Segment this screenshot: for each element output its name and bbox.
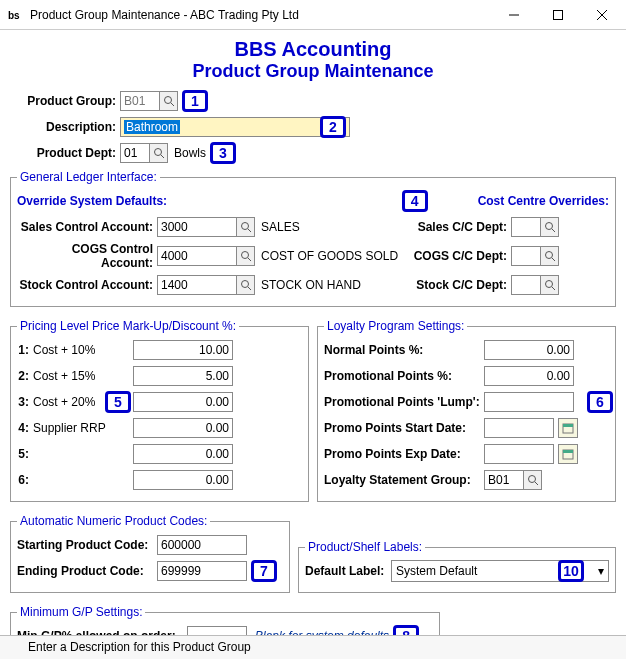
svg-rect-24: [563, 450, 573, 453]
svg-line-16: [552, 258, 555, 261]
svg-rect-2: [554, 10, 563, 19]
loyalty-legend: Loyalty Program Settings:: [324, 319, 467, 333]
sales-cc-lookup-icon[interactable]: [541, 217, 559, 237]
window-title: Product Group Maintenance - ABC Trading …: [30, 8, 492, 22]
cogs-account-name: COST OF GOODS SOLD: [261, 249, 411, 263]
svg-text:bs: bs: [8, 10, 20, 21]
promo-start-calendar-icon[interactable]: [558, 418, 578, 438]
sales-account-name: SALES: [261, 220, 411, 234]
promo-points-input[interactable]: 0.00: [484, 366, 574, 386]
gp-legend: Minimum G/P Settings:: [17, 605, 145, 619]
product-group-label: Product Group:: [10, 94, 120, 108]
close-window-button[interactable]: [580, 1, 624, 29]
callout-5: 5: [105, 391, 131, 413]
page-title: Product Group Maintenance: [10, 61, 616, 82]
price-level-2-label: Cost + 15%: [33, 369, 133, 383]
stock-cc-lookup-icon[interactable]: [541, 275, 559, 295]
gl-legend: General Ledger Interface:: [17, 170, 160, 184]
end-code-input[interactable]: 699999: [157, 561, 247, 581]
normal-points-input[interactable]: 0.00: [484, 340, 574, 360]
callout-10: 10: [558, 560, 584, 582]
product-group-lookup-icon[interactable]: [160, 91, 178, 111]
sales-account-lookup-icon[interactable]: [237, 217, 255, 237]
price-level-2-input[interactable]: 5.00: [133, 366, 233, 386]
price-level-6-input[interactable]: 0.00: [133, 470, 233, 490]
svg-line-18: [248, 287, 251, 290]
promo-points-label: Promotional Points %:: [324, 369, 484, 383]
callout-6: 6: [587, 391, 613, 413]
price-level-3-num: 3:: [17, 395, 33, 409]
cogs-cc-label: COGS C/C Dept:: [411, 249, 511, 263]
product-dept-label: Product Dept:: [10, 146, 120, 160]
svg-line-20: [552, 287, 555, 290]
sales-cc-input[interactable]: [511, 217, 541, 237]
cogs-account-label: COGS Control Account:: [17, 242, 157, 270]
svg-point-13: [241, 252, 248, 259]
price-level-1-num: 1:: [17, 343, 33, 357]
product-dept-lookup-icon[interactable]: [150, 143, 168, 163]
svg-point-9: [241, 223, 248, 230]
svg-line-8: [161, 155, 164, 158]
default-label-label: Default Label:: [305, 564, 391, 578]
sales-account-input[interactable]: 3000: [157, 217, 237, 237]
svg-point-19: [545, 281, 552, 288]
promo-start-input[interactable]: [484, 418, 554, 438]
autonum-legend: Automatic Numeric Product Codes:: [17, 514, 210, 528]
description-label: Description:: [10, 120, 120, 134]
brand-title: BBS Accounting: [10, 38, 616, 61]
price-level-2-num: 2:: [17, 369, 33, 383]
stock-cc-input[interactable]: [511, 275, 541, 295]
description-input[interactable]: Bathroom: [120, 117, 350, 137]
default-label-select[interactable]: System Default 10 ▾: [391, 560, 609, 582]
gl-interface-group: General Ledger Interface: Override Syste…: [10, 170, 616, 307]
minimize-button[interactable]: [492, 1, 536, 29]
product-dept-name: Bowls: [174, 146, 206, 160]
price-level-3-input[interactable]: 0.00: [133, 392, 233, 412]
start-code-input[interactable]: 600000: [157, 535, 247, 555]
price-level-5-num: 5:: [17, 447, 33, 461]
normal-points-label: Normal Points %:: [324, 343, 484, 357]
callout-3: 3: [210, 142, 236, 164]
stock-cc-label: Stock C/C Dept:: [411, 278, 511, 292]
price-level-4-label: Supplier RRP: [33, 421, 133, 435]
price-level-1-input[interactable]: 10.00: [133, 340, 233, 360]
start-code-label: Starting Product Code:: [17, 538, 157, 552]
product-group-input[interactable]: B01: [120, 91, 160, 111]
loyalty-stmt-lookup-icon[interactable]: [524, 470, 542, 490]
loyalty-stmt-input[interactable]: B01: [484, 470, 524, 490]
price-level-1-label: Cost + 10%: [33, 343, 133, 357]
loyalty-stmt-label: Loyalty Statement Group:: [324, 473, 484, 487]
svg-line-6: [171, 103, 174, 106]
pricing-group: Pricing Level Price Mark-Up/Discount %: …: [10, 319, 309, 502]
cogs-cc-input[interactable]: [511, 246, 541, 266]
callout-7: 7: [251, 560, 277, 582]
svg-line-26: [535, 482, 538, 485]
loyalty-group: Loyalty Program Settings: Normal Points …: [317, 319, 616, 502]
price-level-5-input[interactable]: 0.00: [133, 444, 233, 464]
title-bar: bs Product Group Maintenance - ABC Tradi…: [0, 0, 626, 30]
default-label-value: System Default: [396, 564, 477, 578]
cogs-cc-lookup-icon[interactable]: [541, 246, 559, 266]
callout-4: 4: [402, 190, 428, 212]
end-code-label: Ending Product Code:: [17, 564, 157, 578]
price-level-4-num: 4:: [17, 421, 33, 435]
shelf-labels-group: Product/Shelf Labels: Default Label: Sys…: [298, 540, 616, 593]
pricing-legend: Pricing Level Price Mark-Up/Discount %:: [17, 319, 239, 333]
chevron-down-icon: ▾: [598, 564, 604, 578]
promo-exp-input[interactable]: [484, 444, 554, 464]
cogs-account-lookup-icon[interactable]: [237, 246, 255, 266]
promo-exp-label: Promo Points Exp Date:: [324, 447, 484, 461]
promo-lump-input[interactable]: [484, 392, 574, 412]
stock-account-input[interactable]: 1400: [157, 275, 237, 295]
product-dept-code-input[interactable]: 01: [120, 143, 150, 163]
override-defaults-label: Override System Defaults:: [17, 194, 398, 208]
maximize-button[interactable]: [536, 1, 580, 29]
promo-exp-calendar-icon[interactable]: [558, 444, 578, 464]
price-level-4-input[interactable]: 0.00: [133, 418, 233, 438]
price-level-6-num: 6:: [17, 473, 33, 487]
stock-account-lookup-icon[interactable]: [237, 275, 255, 295]
svg-point-5: [164, 97, 171, 104]
svg-point-7: [154, 149, 161, 156]
cogs-account-input[interactable]: 4000: [157, 246, 237, 266]
svg-line-14: [248, 258, 251, 261]
